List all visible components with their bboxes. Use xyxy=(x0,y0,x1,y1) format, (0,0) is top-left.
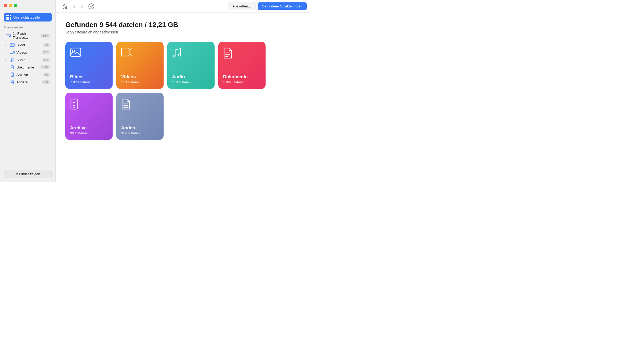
videos-card-count: 113 Dateien xyxy=(121,80,159,84)
dokumente-card-title: Dokumente xyxy=(223,74,261,80)
close-button[interactable] xyxy=(4,4,7,7)
minimize-button[interactable] xyxy=(9,4,12,7)
chevron-icon: › xyxy=(5,44,8,46)
svg-point-18 xyxy=(89,4,94,9)
sidebar: Übersichtstabelle Scanresultate JetFlash… xyxy=(0,0,56,182)
item-count-dokumente: 1,1K xyxy=(40,65,50,69)
document-icon xyxy=(10,65,15,69)
dokumente-card-icon xyxy=(223,48,261,61)
maximize-button[interactable] xyxy=(14,4,17,7)
videos-card-title: Videos xyxy=(121,74,159,80)
sidebar-header: Übersichtstabelle xyxy=(0,9,56,24)
grid-icon xyxy=(6,15,11,20)
svg-point-6 xyxy=(11,61,12,62)
page-title: Gefunden 9 544 dateien / 12,21 GB xyxy=(65,21,302,29)
other-icon xyxy=(10,80,15,84)
chevron-icon: › xyxy=(5,66,8,69)
svg-rect-19 xyxy=(71,48,81,57)
finder-button[interactable]: In Finder zeigen xyxy=(4,170,52,178)
content-area: Gefunden 9 544 dateien / 12,21 GB Scan e… xyxy=(56,13,312,182)
device-count: 8,8K xyxy=(40,34,50,37)
overview-button[interactable]: Übersichtstabelle xyxy=(4,13,52,22)
item-count-andere: 354 xyxy=(42,80,50,84)
item-label-dokumente: Dokumente xyxy=(16,65,40,69)
drive-icon xyxy=(5,33,11,38)
gefundene-objekte-button[interactable]: Gefundene Objekte prüfen xyxy=(258,2,307,10)
card-andere[interactable]: Andere 354 Dateien xyxy=(116,93,164,140)
bilder-card-count: 7 020 Dateien xyxy=(70,80,108,84)
item-count-audio: 113 xyxy=(42,58,50,62)
bilder-card-title: Bilder xyxy=(70,74,108,80)
forward-button[interactable] xyxy=(79,3,85,10)
sidebar-item-andere[interactable]: › Andere 354 xyxy=(2,79,54,85)
alle-retten-button[interactable]: Alle retten... xyxy=(228,2,255,10)
chevron-icon: › xyxy=(5,73,8,76)
archive-card-title: Archive xyxy=(70,125,108,131)
andere-card-count: 354 Dateien xyxy=(121,131,159,135)
scan-results-label: Scanresultate xyxy=(0,24,56,30)
check-icon xyxy=(88,3,95,10)
audio-icon xyxy=(10,58,15,62)
home-button[interactable] xyxy=(61,3,69,10)
andere-card-title: Andere xyxy=(121,125,159,131)
main-content: Alle retten... Gefundene Objekte prüfen … xyxy=(56,0,312,182)
andere-card-icon xyxy=(121,99,159,112)
card-archive[interactable]: Archive 90 Dateien xyxy=(65,93,113,140)
chevron-icon: › xyxy=(5,51,8,54)
item-label-bilder: Bilder xyxy=(16,43,43,47)
device-label: JetFlash Transce... xyxy=(13,32,40,40)
sidebar-footer: In Finder zeigen xyxy=(0,166,56,182)
card-dokumente[interactable]: Dokumente 1 094 Dateien xyxy=(218,42,266,89)
sidebar-item-dokumente[interactable]: › Dokumente 1,1K xyxy=(2,64,54,71)
audio-card-count: 113 Dateien xyxy=(172,80,210,84)
category-cards: Bilder 7 020 Dateien Videos 113 Dateien xyxy=(65,42,302,140)
card-bilder[interactable]: Bilder 7 020 Dateien xyxy=(65,42,113,89)
video-icon xyxy=(10,50,15,54)
audio-card-icon xyxy=(172,48,210,61)
sidebar-item-device[interactable]: JetFlash Transce... 8,8K xyxy=(2,30,54,41)
item-count-bilder: 7K xyxy=(43,43,50,47)
svg-rect-21 xyxy=(122,48,129,56)
archive-icon xyxy=(10,72,15,77)
back-button[interactable] xyxy=(71,3,77,10)
item-count-archive: 90 xyxy=(43,73,50,76)
item-label-archive: Archive xyxy=(16,73,43,77)
card-audio[interactable]: Audio 113 Dateien xyxy=(167,42,215,89)
item-count-videos: 113 xyxy=(42,50,50,54)
videos-card-icon xyxy=(121,48,159,59)
page-subtitle: Scan erfolgreich abgeschlossen xyxy=(65,30,302,34)
toolbar: Alle retten... Gefundene Objekte prüfen xyxy=(56,0,312,13)
archive-card-count: 90 Dateien xyxy=(70,131,108,135)
audio-card-title: Audio xyxy=(172,74,210,80)
item-label-audio: Audio xyxy=(16,58,42,62)
sidebar-item-archive[interactable]: › Archive 90 xyxy=(2,71,54,78)
svg-point-7 xyxy=(13,60,14,61)
sidebar-item-audio[interactable]: › Audio 113 xyxy=(2,56,54,63)
dokumente-card-count: 1 094 Dateien xyxy=(223,80,261,84)
archive-card-icon xyxy=(70,99,108,112)
card-videos[interactable]: Videos 113 Dateien xyxy=(116,42,164,89)
item-label-andere: Andere xyxy=(16,80,42,84)
chevron-icon: › xyxy=(5,58,8,61)
traffic-lights xyxy=(0,0,56,9)
sidebar-item-videos[interactable]: › Videos 113 xyxy=(2,49,54,56)
chevron-icon: › xyxy=(5,81,8,84)
image-icon xyxy=(10,43,15,47)
item-label-videos: Videos xyxy=(16,50,42,54)
bilder-card-icon xyxy=(70,48,108,59)
svg-point-2 xyxy=(9,36,10,37)
sidebar-item-bilder[interactable]: › Bilder 7K xyxy=(2,41,54,48)
svg-rect-5 xyxy=(10,51,13,54)
svg-rect-10 xyxy=(11,73,14,76)
overview-label: Übersichtstabelle xyxy=(13,15,40,19)
